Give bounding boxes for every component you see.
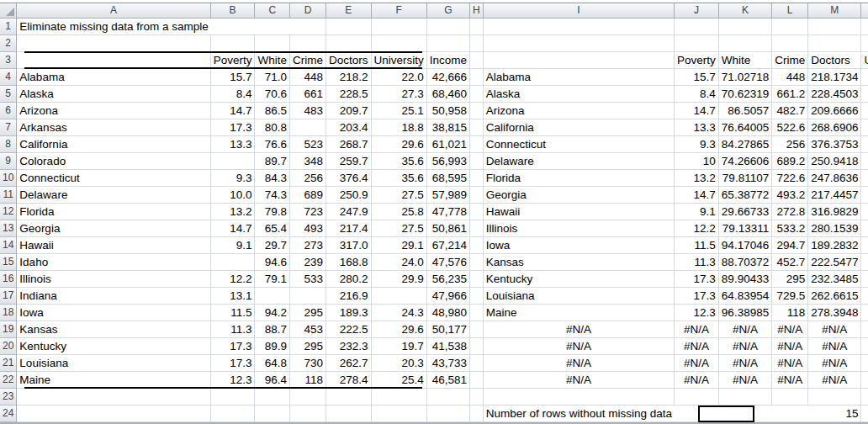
cell-D16[interactable]: 533 bbox=[290, 271, 326, 288]
cell-H2[interactable] bbox=[470, 35, 484, 52]
cell-K22[interactable]: #N/A bbox=[719, 372, 772, 389]
cell-A13[interactable]: Georgia bbox=[17, 220, 210, 237]
cell-N16[interactable]: 19.7 bbox=[861, 271, 868, 288]
cell-H21[interactable] bbox=[470, 355, 484, 372]
cell-N11[interactable]: 27.5 bbox=[861, 187, 868, 204]
cell-H20[interactable] bbox=[470, 338, 484, 355]
cell-H8[interactable] bbox=[470, 136, 484, 153]
row-header-18[interactable]: 18 bbox=[0, 305, 17, 321]
cell-I9[interactable]: Delaware bbox=[484, 153, 675, 170]
cell-D24[interactable] bbox=[290, 405, 326, 422]
cell-E22[interactable]: 278.4 bbox=[326, 372, 372, 389]
cell-B7[interactable]: 17.3 bbox=[211, 119, 256, 136]
cell-D19[interactable]: 453 bbox=[290, 321, 326, 338]
cell-M24[interactable]: 15 bbox=[808, 405, 861, 422]
cell-L24[interactable] bbox=[772, 405, 808, 422]
cell-B24[interactable] bbox=[211, 405, 256, 422]
cell-N20[interactable]: #N/A bbox=[861, 338, 868, 355]
cell-F12[interactable]: 25.8 bbox=[372, 204, 427, 220]
cell-C11[interactable]: 74.3 bbox=[255, 187, 290, 204]
cell-J23[interactable] bbox=[675, 389, 719, 405]
cell-J18[interactable]: 12.3 bbox=[675, 305, 719, 321]
cell-L14[interactable]: 294.7 bbox=[772, 237, 808, 254]
cell-C20[interactable]: 89.9 bbox=[255, 338, 290, 355]
cell-A24[interactable] bbox=[17, 405, 210, 422]
cell-M21[interactable]: #N/A bbox=[808, 355, 861, 372]
cell-D8[interactable]: 523 bbox=[290, 136, 326, 153]
cell-L19[interactable]: #N/A bbox=[772, 321, 808, 338]
cell-N19[interactable]: #N/A bbox=[861, 321, 868, 338]
cell-B12[interactable]: 13.2 bbox=[211, 204, 256, 220]
cell-L15[interactable]: 452.7 bbox=[772, 254, 808, 271]
cell-I22[interactable]: #N/A bbox=[484, 372, 675, 389]
cell-L23[interactable] bbox=[772, 389, 808, 405]
cell-D23[interactable] bbox=[290, 389, 326, 405]
cell-L13[interactable]: 533.2 bbox=[772, 220, 808, 237]
cell-A1[interactable]: Eliminate missing data from a sample bbox=[17, 19, 210, 35]
cell-G2[interactable] bbox=[427, 35, 470, 52]
cell-G16[interactable]: 56,235 bbox=[427, 271, 470, 288]
cell-A5[interactable]: Alaska bbox=[17, 86, 210, 103]
cell-J3[interactable]: Poverty bbox=[675, 52, 719, 69]
cell-C9[interactable]: 89.7 bbox=[255, 153, 290, 170]
cell-B19[interactable]: 11.3 bbox=[211, 321, 256, 338]
row-header-24[interactable]: 24 bbox=[0, 405, 17, 422]
cell-M7[interactable]: 268.6906 bbox=[808, 119, 861, 136]
cell-G20[interactable]: 41,538 bbox=[427, 338, 470, 355]
cell-F13[interactable]: 27.5 bbox=[372, 220, 427, 237]
cell-N3[interactable]: University bbox=[861, 52, 868, 69]
cell-E9[interactable]: 259.7 bbox=[326, 153, 372, 170]
cell-N13[interactable]: 29.9 bbox=[861, 220, 868, 237]
cell-C22[interactable]: 96.4 bbox=[255, 372, 290, 389]
cell-C1[interactable] bbox=[255, 19, 290, 35]
cell-I21[interactable]: #N/A bbox=[484, 355, 675, 372]
cell-B6[interactable]: 14.7 bbox=[211, 103, 256, 119]
cell-J17[interactable]: 17.3 bbox=[675, 288, 719, 305]
cell-M3[interactable]: Doctors bbox=[808, 52, 861, 69]
cell-D15[interactable]: 239 bbox=[290, 254, 326, 271]
cell-E4[interactable]: 218.2 bbox=[326, 69, 372, 86]
cell-J12[interactable]: 9.1 bbox=[675, 204, 719, 220]
cell-H5[interactable] bbox=[470, 86, 484, 103]
cell-D4[interactable]: 448 bbox=[290, 69, 326, 86]
cell-H9[interactable] bbox=[470, 153, 484, 170]
cell-K19[interactable]: #N/A bbox=[719, 321, 772, 338]
cell-J2[interactable] bbox=[675, 35, 719, 52]
cell-G18[interactable]: 48,980 bbox=[427, 305, 470, 321]
cell-B14[interactable]: 9.1 bbox=[211, 237, 256, 254]
row-header-23[interactable]: 23 bbox=[0, 389, 17, 405]
row-header-11[interactable]: 11 bbox=[0, 187, 17, 204]
cell-K21[interactable]: #N/A bbox=[719, 355, 772, 372]
cell-N4[interactable]: 22 bbox=[861, 69, 868, 86]
col-header-A[interactable]: A bbox=[17, 3, 210, 19]
select-all-corner[interactable] bbox=[0, 3, 17, 19]
cell-C5[interactable]: 70.6 bbox=[255, 86, 290, 103]
cell-H22[interactable] bbox=[470, 372, 484, 389]
cell-I6[interactable]: Arizona bbox=[484, 103, 675, 119]
cell-N7[interactable]: 29.6 bbox=[861, 119, 868, 136]
cell-E5[interactable]: 228.5 bbox=[326, 86, 372, 103]
row-header-22[interactable]: 22 bbox=[0, 372, 17, 389]
row-header-2[interactable]: 2 bbox=[0, 35, 17, 52]
cell-L21[interactable]: #N/A bbox=[772, 355, 808, 372]
cell-J15[interactable]: 11.3 bbox=[675, 254, 719, 271]
cell-C23[interactable] bbox=[255, 389, 290, 405]
cell-G24[interactable] bbox=[427, 405, 470, 422]
cell-L16[interactable]: 295 bbox=[772, 271, 808, 288]
row-header-3[interactable]: 3 bbox=[0, 52, 17, 69]
cell-A3[interactable] bbox=[17, 52, 210, 69]
cell-H18[interactable] bbox=[470, 305, 484, 321]
cell-I13[interactable]: Illinois bbox=[484, 220, 675, 237]
cell-J6[interactable]: 14.7 bbox=[675, 103, 719, 119]
cell-N8[interactable]: 35.6 bbox=[861, 136, 868, 153]
cell-F24[interactable] bbox=[372, 405, 427, 422]
cell-E14[interactable]: 317.0 bbox=[326, 237, 372, 254]
cell-K5[interactable]: 70.62319 bbox=[719, 86, 772, 103]
cell-E1[interactable] bbox=[326, 19, 372, 35]
cell-H3[interactable] bbox=[470, 52, 484, 69]
cell-G4[interactable]: 42,666 bbox=[427, 69, 470, 86]
cell-C21[interactable]: 64.8 bbox=[255, 355, 290, 372]
cell-I5[interactable]: Alaska bbox=[484, 86, 675, 103]
cell-A10[interactable]: Connecticut bbox=[17, 170, 210, 187]
cell-D7[interactable] bbox=[290, 119, 326, 136]
